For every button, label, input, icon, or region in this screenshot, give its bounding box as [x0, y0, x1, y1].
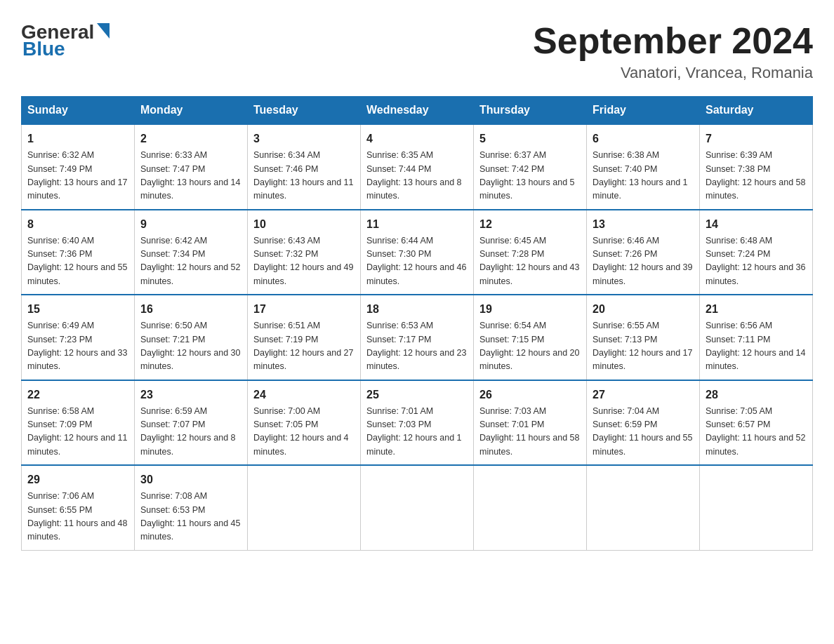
- day-cell: 1 Sunrise: 6:32 AMSunset: 7:49 PMDayligh…: [22, 124, 135, 210]
- day-info: Sunrise: 6:38 AMSunset: 7:40 PMDaylight:…: [593, 149, 694, 203]
- month-title: September 2024: [533, 21, 813, 61]
- day-number: 25: [366, 387, 468, 403]
- day-info: Sunrise: 6:56 AMSunset: 7:11 PMDaylight:…: [706, 319, 807, 374]
- day-cell: 2 Sunrise: 6:33 AMSunset: 7:47 PMDayligh…: [135, 124, 248, 210]
- header: General Blue September 2024 Vanatori, Vr…: [21, 21, 813, 82]
- day-info: Sunrise: 6:44 AMSunset: 7:30 PMDaylight:…: [366, 234, 468, 289]
- day-cell: [587, 465, 700, 550]
- day-info: Sunrise: 6:53 AMSunset: 7:17 PMDaylight:…: [366, 319, 468, 374]
- day-info: Sunrise: 7:00 AMSunset: 7:05 PMDaylight:…: [253, 405, 355, 459]
- day-number: 5: [479, 130, 581, 147]
- day-number: 19: [479, 301, 581, 318]
- day-info: Sunrise: 6:39 AMSunset: 7:38 PMDaylight:…: [706, 149, 807, 203]
- day-number: 16: [140, 301, 241, 318]
- day-cell: 27 Sunrise: 7:04 AMSunset: 6:59 PMDaylig…: [587, 380, 700, 466]
- day-number: 3: [253, 130, 355, 147]
- day-number: 1: [27, 130, 128, 147]
- day-info: Sunrise: 6:51 AMSunset: 7:19 PMDaylight:…: [253, 319, 355, 374]
- page: General Blue September 2024 Vanatori, Vr…: [0, 0, 834, 565]
- day-number: 12: [479, 216, 581, 233]
- day-number: 2: [140, 130, 241, 147]
- day-info: Sunrise: 6:55 AMSunset: 7:13 PMDaylight:…: [593, 319, 694, 374]
- week-row-4: 22 Sunrise: 6:58 AMSunset: 7:09 PMDaylig…: [22, 380, 813, 466]
- day-info: Sunrise: 6:54 AMSunset: 7:15 PMDaylight:…: [479, 319, 581, 374]
- day-info: Sunrise: 6:43 AMSunset: 7:32 PMDaylight:…: [253, 234, 355, 289]
- day-cell: 11 Sunrise: 6:44 AMSunset: 7:30 PMDaylig…: [361, 210, 474, 295]
- week-row-2: 8 Sunrise: 6:40 AMSunset: 7:36 PMDayligh…: [22, 210, 813, 295]
- day-number: 26: [479, 387, 581, 403]
- day-info: Sunrise: 6:40 AMSunset: 7:36 PMDaylight:…: [27, 234, 128, 289]
- logo-arrow-icon: [97, 23, 110, 39]
- day-number: 13: [593, 216, 694, 233]
- day-info: Sunrise: 6:46 AMSunset: 7:26 PMDaylight:…: [593, 234, 694, 289]
- day-cell: 8 Sunrise: 6:40 AMSunset: 7:36 PMDayligh…: [22, 210, 135, 295]
- day-cell: [361, 465, 474, 550]
- day-number: 4: [366, 130, 468, 147]
- day-info: Sunrise: 6:35 AMSunset: 7:44 PMDaylight:…: [366, 149, 468, 203]
- day-number: 20: [593, 301, 694, 318]
- col-header-friday: Friday: [587, 97, 700, 125]
- day-cell: 12 Sunrise: 6:45 AMSunset: 7:28 PMDaylig…: [474, 210, 587, 295]
- day-number: 22: [27, 387, 128, 403]
- day-number: 28: [706, 387, 807, 403]
- day-cell: [248, 465, 361, 550]
- day-number: 30: [140, 471, 241, 488]
- day-number: 14: [706, 216, 807, 233]
- day-cell: 14 Sunrise: 6:48 AMSunset: 7:24 PMDaylig…: [700, 210, 813, 295]
- week-row-5: 29 Sunrise: 7:06 AMSunset: 6:55 PMDaylig…: [22, 465, 813, 550]
- col-header-monday: Monday: [135, 97, 248, 125]
- day-cell: 26 Sunrise: 7:03 AMSunset: 7:01 PMDaylig…: [474, 380, 587, 466]
- col-header-tuesday: Tuesday: [248, 97, 361, 125]
- day-number: 6: [593, 130, 694, 147]
- day-cell: 22 Sunrise: 6:58 AMSunset: 7:09 PMDaylig…: [22, 380, 135, 466]
- day-number: 11: [366, 216, 468, 233]
- day-number: 8: [27, 216, 128, 233]
- day-number: 10: [253, 216, 355, 233]
- day-info: Sunrise: 7:06 AMSunset: 6:55 PMDaylight:…: [27, 490, 128, 544]
- calendar-table: SundayMondayTuesdayWednesdayThursdayFrid…: [21, 96, 813, 551]
- day-cell: 13 Sunrise: 6:46 AMSunset: 7:26 PMDaylig…: [587, 210, 700, 295]
- day-info: Sunrise: 6:32 AMSunset: 7:49 PMDaylight:…: [27, 149, 128, 203]
- day-cell: 5 Sunrise: 6:37 AMSunset: 7:42 PMDayligh…: [474, 124, 587, 210]
- day-info: Sunrise: 7:04 AMSunset: 6:59 PMDaylight:…: [593, 405, 694, 459]
- day-info: Sunrise: 6:48 AMSunset: 7:24 PMDaylight:…: [706, 234, 807, 289]
- location: Vanatori, Vrancea, Romania: [533, 64, 813, 82]
- day-cell: 7 Sunrise: 6:39 AMSunset: 7:38 PMDayligh…: [700, 124, 813, 210]
- day-cell: 17 Sunrise: 6:51 AMSunset: 7:19 PMDaylig…: [248, 295, 361, 380]
- day-number: 17: [253, 301, 355, 318]
- day-number: 18: [366, 301, 468, 318]
- day-number: 9: [140, 216, 241, 233]
- day-cell: 24 Sunrise: 7:00 AMSunset: 7:05 PMDaylig…: [248, 380, 361, 466]
- day-cell: 6 Sunrise: 6:38 AMSunset: 7:40 PMDayligh…: [587, 124, 700, 210]
- day-cell: 15 Sunrise: 6:49 AMSunset: 7:23 PMDaylig…: [22, 295, 135, 380]
- day-info: Sunrise: 6:59 AMSunset: 7:07 PMDaylight:…: [140, 405, 241, 459]
- day-cell: 16 Sunrise: 6:50 AMSunset: 7:21 PMDaylig…: [135, 295, 248, 380]
- day-cell: 9 Sunrise: 6:42 AMSunset: 7:34 PMDayligh…: [135, 210, 248, 295]
- day-number: 7: [706, 130, 807, 147]
- logo: General Blue: [21, 21, 110, 60]
- day-cell: 23 Sunrise: 6:59 AMSunset: 7:07 PMDaylig…: [135, 380, 248, 466]
- day-number: 29: [27, 471, 128, 488]
- day-cell: 10 Sunrise: 6:43 AMSunset: 7:32 PMDaylig…: [248, 210, 361, 295]
- col-header-wednesday: Wednesday: [361, 97, 474, 125]
- col-header-saturday: Saturday: [700, 97, 813, 125]
- day-info: Sunrise: 6:34 AMSunset: 7:46 PMDaylight:…: [253, 149, 355, 203]
- day-cell: 19 Sunrise: 6:54 AMSunset: 7:15 PMDaylig…: [474, 295, 587, 380]
- day-info: Sunrise: 6:37 AMSunset: 7:42 PMDaylight:…: [479, 149, 581, 203]
- day-cell: 28 Sunrise: 7:05 AMSunset: 6:57 PMDaylig…: [700, 380, 813, 466]
- day-cell: 21 Sunrise: 6:56 AMSunset: 7:11 PMDaylig…: [700, 295, 813, 380]
- day-info: Sunrise: 6:42 AMSunset: 7:34 PMDaylight:…: [140, 234, 241, 289]
- day-info: Sunrise: 6:49 AMSunset: 7:23 PMDaylight:…: [27, 319, 128, 374]
- day-cell: 20 Sunrise: 6:55 AMSunset: 7:13 PMDaylig…: [587, 295, 700, 380]
- day-info: Sunrise: 6:33 AMSunset: 7:47 PMDaylight:…: [140, 149, 241, 203]
- day-cell: 4 Sunrise: 6:35 AMSunset: 7:44 PMDayligh…: [361, 124, 474, 210]
- day-cell: 25 Sunrise: 7:01 AMSunset: 7:03 PMDaylig…: [361, 380, 474, 466]
- day-info: Sunrise: 7:08 AMSunset: 6:53 PMDaylight:…: [140, 490, 241, 544]
- day-cell: 3 Sunrise: 6:34 AMSunset: 7:46 PMDayligh…: [248, 124, 361, 210]
- day-cell: 18 Sunrise: 6:53 AMSunset: 7:17 PMDaylig…: [361, 295, 474, 380]
- week-row-3: 15 Sunrise: 6:49 AMSunset: 7:23 PMDaylig…: [22, 295, 813, 380]
- day-info: Sunrise: 6:50 AMSunset: 7:21 PMDaylight:…: [140, 319, 241, 374]
- logo-blue: Blue: [22, 38, 110, 60]
- col-header-thursday: Thursday: [474, 97, 587, 125]
- day-info: Sunrise: 7:01 AMSunset: 7:03 PMDaylight:…: [366, 405, 468, 459]
